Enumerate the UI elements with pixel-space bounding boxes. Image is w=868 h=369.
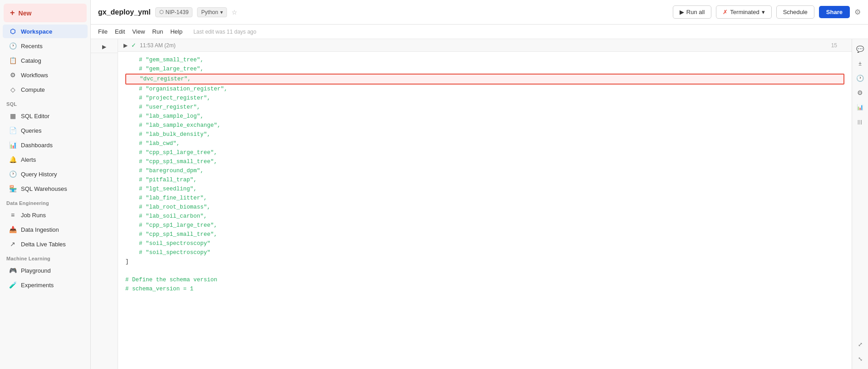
sidebar-item-query-history[interactable]: 🕐 Query History: [3, 167, 88, 181]
playground-icon: 🎮: [9, 267, 16, 274]
cell-gutter: ▶: [91, 39, 118, 369]
sidebar-item-sql-warehouses[interactable]: 🏪 SQL Warehouses: [3, 182, 88, 195]
code-line: # "lab_root_biomass",: [125, 203, 844, 212]
delta-live-tables-icon: ↗: [9, 240, 16, 248]
code-line: # Define the schema version: [125, 275, 844, 284]
code-line: # "soil_spectroscopy": [125, 239, 844, 248]
schedule-button[interactable]: Schedule: [776, 5, 814, 19]
sidebar-item-label: SQL Editor: [21, 113, 49, 120]
sidebar-item-data-ingestion[interactable]: 📥 Data Ingestion: [3, 223, 88, 236]
notebook-header: gx_deploy_yml ⬡ NIP-1439 Python ▾ ☆ ▶ Ru…: [91, 0, 868, 25]
sidebar-item-experiments[interactable]: 🧪 Experiments: [3, 278, 88, 292]
workflows-icon: ⚙: [9, 71, 16, 79]
code-text: # "cpp_sp1_large_tree",: [125, 221, 217, 230]
code-line: [125, 266, 844, 275]
code-line: # "lab_cwd",: [125, 139, 844, 148]
settings-icon[interactable]: ⚙: [854, 8, 861, 16]
code-line: # "cpp_sp1_small_tree",: [125, 230, 844, 239]
code-text: # "lab_soil_carbon",: [125, 212, 207, 221]
code-block[interactable]: # "gem_small_tree", # "gem_large_tree", …: [118, 52, 852, 297]
sidebar-item-label: Recents: [21, 43, 43, 50]
share-button[interactable]: Share: [819, 6, 850, 18]
cell-play-icon[interactable]: ▶: [123, 42, 128, 49]
chat-icon[interactable]: 💬: [854, 43, 867, 55]
sidebar-item-queries[interactable]: 📄 Queries: [3, 124, 88, 137]
code-line: ]: [125, 257, 844, 266]
code-line: # "project_register",: [125, 94, 844, 103]
sidebar-item-label: Workspace: [21, 28, 52, 35]
code-line: # "lab_soil_carbon",: [125, 212, 844, 221]
cluster-badge[interactable]: ⬡ NIP-1439: [155, 7, 193, 17]
workspace-icon: ⬡: [9, 28, 16, 35]
code-line: # "gem_small_tree",: [125, 55, 844, 65]
code-text: # "gem_small_tree",: [125, 55, 204, 65]
code-text: # "lgt_seedling",: [125, 184, 197, 194]
code-text: # Define the schema version: [125, 275, 217, 284]
sidebar-item-label: Catalog: [21, 57, 41, 64]
run-all-button[interactable]: ▶ Run all: [673, 5, 711, 19]
chart-right-icon[interactable]: 📊: [854, 101, 867, 114]
sidebar-item-alerts[interactable]: 🔔 Alerts: [3, 153, 88, 166]
sql-warehouses-icon: 🏪: [9, 185, 16, 192]
menu-edit[interactable]: Edit: [115, 26, 125, 37]
sidebar-item-playground[interactable]: 🎮 Playground: [3, 264, 88, 277]
language-badge[interactable]: Python ▾: [197, 7, 227, 17]
terminated-button[interactable]: ✗ Terminated ▾: [716, 5, 771, 19]
diff-icon[interactable]: ±: [854, 57, 867, 70]
settings-right-icon[interactable]: ⚙: [854, 86, 867, 99]
sql-section-label: SQL: [0, 97, 90, 109]
code-text: # "cpp_sp1_small_tree",: [125, 157, 217, 166]
query-history-icon: 🕐: [9, 170, 16, 178]
sidebar-item-workspace[interactable]: ⬡ Workspace: [3, 25, 88, 38]
sidebar-item-label: Dashboards: [21, 142, 53, 149]
data-ingestion-icon: 📥: [9, 226, 16, 233]
queries-icon: 📄: [9, 127, 16, 134]
code-text: # "cpp_sp1_large_tree",: [125, 148, 217, 157]
sidebar-item-catalog[interactable]: 📋 Catalog: [3, 54, 88, 67]
code-line: # "lab_bulk_density",: [125, 130, 844, 139]
sidebar-item-label: Queries: [21, 127, 42, 134]
new-button-label: New: [19, 10, 32, 17]
sidebar-item-delta-live-tables[interactable]: ↗ Delta Live Tables: [3, 237, 88, 251]
sidebar-item-job-runs[interactable]: ≡ Job Runs: [3, 208, 88, 222]
sidebar-item-label: Compute: [21, 86, 45, 93]
sidebar-item-compute[interactable]: ◇ Compute: [3, 83, 88, 96]
menu-file[interactable]: File: [98, 26, 108, 37]
menu-help[interactable]: Help: [170, 26, 182, 37]
sidebar-item-dashboards[interactable]: 📊 Dashboards: [3, 138, 88, 152]
code-line: # "cpp_sp1_large_tree",: [125, 148, 844, 157]
cell-success-icon: ✓: [131, 42, 136, 49]
highlighted-code: "dvc_register",: [125, 74, 844, 85]
sidebar-item-label: Data Ingestion: [21, 226, 59, 233]
alerts-icon: 🔔: [9, 156, 16, 163]
cluster-icon: ⬡: [159, 9, 164, 15]
cell-run-icon[interactable]: ▶: [102, 44, 106, 50]
expand-icon[interactable]: ⤢: [854, 338, 867, 351]
code-line: # "lab_sample_log",: [125, 112, 844, 121]
data-eng-section-label: Data Engineering: [0, 196, 90, 208]
cell-header: ▶ ✓ 11:53 AM (2m) 15: [118, 39, 852, 52]
sidebar-item-workflows[interactable]: ⚙ Workflows: [3, 68, 88, 82]
code-text: # "pitfall_trap",: [125, 175, 197, 184]
compute-icon: ◇: [9, 86, 16, 93]
code-text: # "lab_sample_log",: [125, 112, 204, 121]
right-sidebar: 💬 ± 🕐 ⚙ 📊 ||| ⤢ ⤡: [852, 39, 868, 369]
dashboards-icon: 📊: [9, 141, 16, 149]
code-line: # "bareground_dpm",: [125, 166, 844, 175]
new-button[interactable]: + New: [4, 4, 87, 22]
sidebar-item-recents[interactable]: 🕐 Recents: [3, 39, 88, 53]
menu-view[interactable]: View: [132, 26, 145, 37]
code-line: # "lgt_seedling",: [125, 184, 844, 194]
cluster-label: NIP-1439: [166, 9, 189, 15]
star-icon[interactable]: ☆: [232, 9, 237, 16]
code-text: # "lab_cwd",: [125, 139, 180, 148]
columns-icon[interactable]: |||: [854, 115, 867, 128]
code-editor[interactable]: ▶ ✓ 11:53 AM (2m) 15 # "gem_small_tree",…: [118, 39, 852, 369]
history-icon[interactable]: 🕐: [854, 72, 867, 85]
menu-run[interactable]: Run: [152, 26, 163, 37]
collapse-icon[interactable]: ⤡: [854, 353, 867, 365]
sidebar-item-sql-editor[interactable]: ▦ SQL Editor: [3, 109, 88, 123]
code-line: # "organisation_register",: [125, 85, 844, 94]
chevron-down-icon: ▾: [220, 9, 223, 15]
terminated-label: Terminated: [730, 9, 759, 15]
